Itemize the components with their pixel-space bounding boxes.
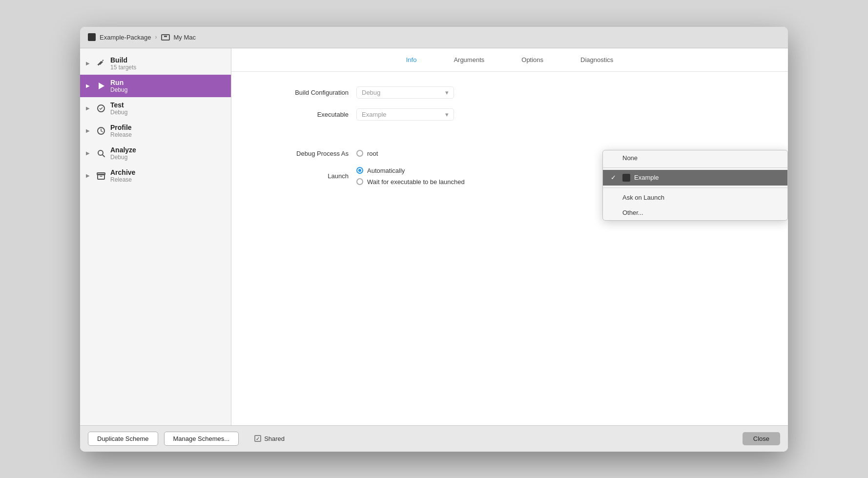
launch-wait-radio[interactable]	[356, 178, 363, 185]
bottom-bar: Duplicate Scheme Manage Schemes... ✓ Sha…	[80, 425, 788, 452]
monitor-icon	[161, 34, 170, 41]
launch-auto-radio[interactable]	[356, 167, 363, 174]
launch-wait-label: Wait for executable to be launched	[367, 178, 465, 186]
sidebar-item-run[interactable]: ▶ Run Debug	[80, 75, 231, 97]
launch-auto-label: Automatically	[367, 167, 405, 174]
sidebar-item-test[interactable]: ▶ Test Debug	[80, 97, 231, 120]
dropdown-item-other[interactable]: Other...	[603, 205, 787, 220]
svg-line-4	[103, 155, 104, 157]
close-button[interactable]: Close	[743, 432, 780, 445]
launch-wait-row: Wait for executable to be launched	[356, 178, 465, 186]
sidebar: ▶ Build 15 targets ▶	[80, 48, 231, 425]
build-subtitle: 15 targets	[110, 64, 136, 71]
tab-options[interactable]: Options	[517, 54, 547, 65]
manage-schemes-button[interactable]: Manage Schemes...	[164, 432, 239, 446]
dropdown-item-example[interactable]: ✓ Example	[603, 170, 787, 186]
test-icon	[96, 103, 106, 114]
chevron-right-icon: ▶	[86, 61, 92, 66]
analyze-label: Analyze	[110, 146, 136, 154]
launch-label: Launch	[251, 172, 349, 180]
executable-dropdown[interactable]: Example ▾	[356, 108, 454, 121]
shared-row: ✓ Shared	[254, 435, 285, 442]
debug-radio-root[interactable]	[356, 150, 363, 157]
none-label: None	[622, 154, 638, 162]
example-checkmark: ✓	[611, 174, 619, 181]
dropdown-chevron2: ▾	[445, 111, 449, 118]
build-icon	[96, 58, 106, 69]
executable-control: Example ▾	[356, 108, 454, 121]
breadcrumb-chevron: ›	[155, 34, 157, 41]
dropdown-divider2	[603, 187, 787, 188]
scheme-editor-dialog: Example-Package › My Mac ▶ Build 15 targ…	[80, 27, 788, 452]
launch-control: Automatically Wait for executable to be …	[356, 167, 465, 186]
ask-label: Ask on Launch	[622, 194, 664, 201]
dropdown-item-ask[interactable]: Ask on Launch	[603, 190, 787, 205]
shared-label: Shared	[264, 435, 285, 442]
sidebar-item-build[interactable]: ▶ Build 15 targets	[80, 52, 231, 75]
chevron-right-icon-test: ▶	[86, 105, 92, 111]
tab-arguments[interactable]: Arguments	[450, 54, 488, 65]
example-label: Example	[634, 174, 659, 181]
archive-subtitle: Release	[110, 176, 135, 183]
title-bar: Example-Package › My Mac	[80, 27, 788, 48]
build-config-dropdown[interactable]: Debug ▾	[356, 86, 454, 99]
sidebar-item-profile[interactable]: ▶ Profile Release	[80, 120, 231, 142]
debug-process-control: root	[356, 150, 378, 157]
dropdown-item-none[interactable]: None	[603, 150, 787, 166]
tabs-bar: Info Arguments Options Diagnostics	[231, 48, 788, 72]
build-config-row: Build Configuration Debug ▾	[251, 86, 768, 99]
executable-label: Executable	[251, 111, 349, 118]
archive-label: Archive	[110, 168, 135, 176]
analyze-icon	[96, 148, 106, 159]
debug-radio-root-row: root	[356, 150, 378, 157]
test-label: Test	[110, 101, 127, 109]
example-app-icon	[622, 174, 630, 182]
tab-info[interactable]: Info	[402, 54, 421, 65]
profile-label: Profile	[110, 124, 132, 131]
test-subtitle: Debug	[110, 109, 127, 116]
shared-checkbox[interactable]: ✓	[254, 435, 261, 442]
device-name: My Mac	[174, 34, 196, 41]
main-content: ▶ Build 15 targets ▶	[80, 48, 788, 425]
run-subtitle: Debug	[110, 86, 127, 93]
package-icon	[88, 33, 96, 41]
launch-radio-group: Automatically Wait for executable to be …	[356, 167, 465, 186]
profile-subtitle: Release	[110, 131, 132, 138]
build-label: Build	[110, 56, 136, 64]
chevron-right-icon-run: ▶	[86, 83, 92, 88]
chevron-right-icon-analyze: ▶	[86, 150, 92, 156]
executable-row: Executable Example ▾	[251, 108, 768, 121]
run-icon	[96, 81, 106, 91]
right-panel: Info Arguments Options Diagnostics Build…	[231, 48, 788, 425]
dropdown-chevron: ▾	[445, 89, 449, 96]
svg-marker-0	[99, 83, 104, 89]
launch-auto-row: Automatically	[356, 167, 465, 174]
dropdown-divider	[603, 167, 787, 168]
debug-process-label: Debug Process As	[251, 150, 349, 157]
tab-diagnostics[interactable]: Diagnostics	[577, 54, 617, 65]
content-area: Build Configuration Debug ▾ Executable	[231, 72, 788, 425]
archive-icon	[96, 170, 106, 181]
package-name: Example-Package	[100, 34, 151, 41]
build-config-control: Debug ▾	[356, 86, 454, 99]
analyze-subtitle: Debug	[110, 154, 136, 161]
executable-dropdown-menu: None ✓ Example Ask on Launch	[602, 150, 788, 221]
other-label: Other...	[622, 209, 643, 216]
profile-icon	[96, 125, 106, 136]
chevron-right-icon-archive: ▶	[86, 173, 92, 178]
duplicate-scheme-button[interactable]: Duplicate Scheme	[88, 432, 158, 446]
sidebar-item-analyze[interactable]: ▶ Analyze Debug	[80, 142, 231, 165]
debug-radio-root-label: root	[367, 150, 378, 157]
build-config-label: Build Configuration	[251, 89, 349, 96]
chevron-right-icon-profile: ▶	[86, 128, 92, 133]
run-label: Run	[110, 79, 127, 86]
sidebar-item-archive[interactable]: ▶ Archive Release	[80, 165, 231, 187]
